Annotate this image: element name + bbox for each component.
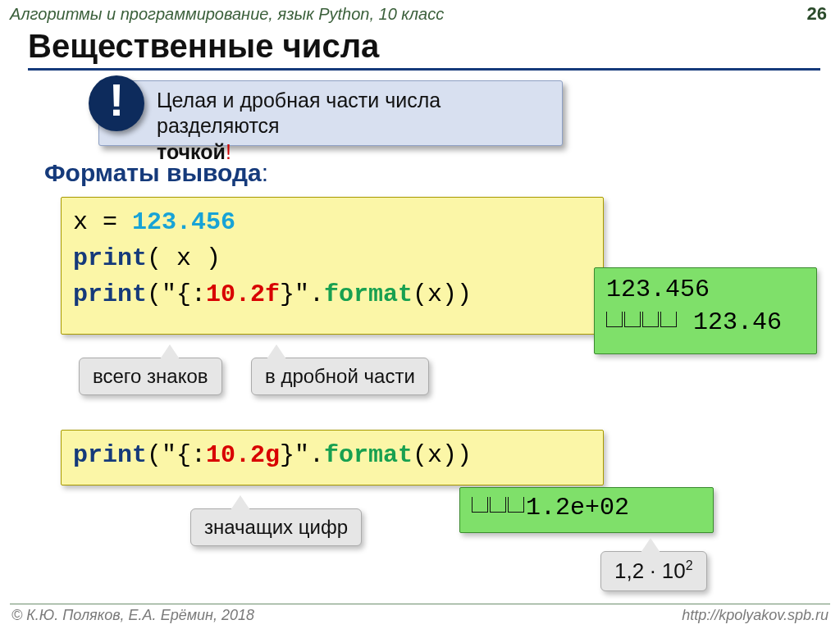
- code-keyword: print: [73, 244, 147, 272]
- code-func: format: [324, 280, 413, 308]
- footer-rule: [10, 604, 830, 604]
- slide-title: Вещественные числа: [28, 28, 820, 71]
- out-line: 1.2e+02: [526, 494, 629, 522]
- code-number: 123.456: [132, 208, 235, 236]
- code-text: (x)): [413, 280, 472, 308]
- out-line2: 123.46: [693, 308, 782, 336]
- output-block-2: 1.2e+02: [459, 487, 714, 533]
- label-total-chars: всего знаков: [79, 358, 222, 395]
- label-scientific: 1,2 · 102: [600, 551, 707, 591]
- code-keyword: print: [73, 280, 147, 308]
- code-text: x =: [73, 208, 132, 236]
- important-callout: Целая и дробная части числа разделяются …: [98, 80, 563, 146]
- callout-text: Целая и дробная части числа разделяются: [157, 89, 441, 137]
- code-keyword: print: [73, 441, 147, 469]
- footer-url: http://kpolyakov.spb.ru: [682, 607, 829, 624]
- sci-exp: 2: [686, 558, 693, 572]
- out-line1: 123.456: [606, 276, 710, 303]
- code-block-1: x = 123.456 print( x ) print("{:10.2f}".…: [61, 197, 604, 335]
- code-text: ( x ): [147, 244, 221, 272]
- course-header: Алгоритмы и программирование, язык Pytho…: [10, 5, 444, 24]
- code-func: format: [324, 441, 413, 469]
- section-subtitle: Форматы вывода:: [44, 159, 268, 187]
- code-format: 10.2f: [206, 280, 280, 308]
- code-text: ("{:: [147, 280, 206, 308]
- code-text: }".: [280, 280, 324, 308]
- sci-base: 1,2 · 10: [614, 558, 686, 583]
- out-spaces: [472, 494, 526, 522]
- output-block-1: 123.456 123.46: [594, 267, 817, 354]
- code-text: (x)): [413, 441, 472, 469]
- footer-copyright: © К.Ю. Поляков, Е.А. Ерёмин, 2018: [11, 607, 254, 624]
- code-block-2: print("{:10.2g}".format(x)): [61, 430, 604, 485]
- label-significant-digits: значащих цифр: [190, 508, 362, 546]
- code-text: ("{:: [147, 441, 206, 469]
- exclamation-icon: !: [89, 75, 144, 131]
- code-text: }".: [280, 441, 324, 469]
- page-number: 26: [807, 3, 827, 25]
- code-format: 10.2g: [206, 441, 280, 469]
- out-spaces: [606, 308, 678, 336]
- slide: Алгоритмы и программирование, язык Pytho…: [0, 0, 840, 629]
- label-fractional: в дробной части: [251, 358, 429, 395]
- subtitle-text: Форматы вывода: [44, 159, 262, 186]
